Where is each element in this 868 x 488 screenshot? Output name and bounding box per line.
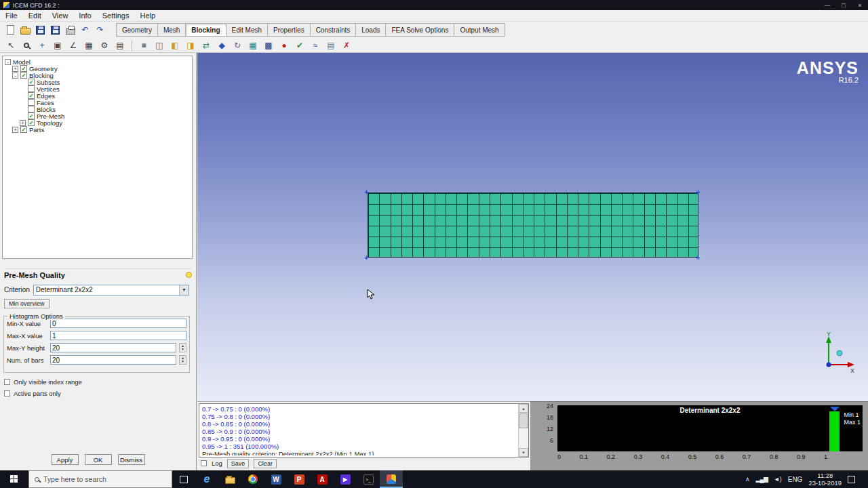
checkbox-icon[interactable] — [28, 92, 35, 99]
num-bars-input[interactable] — [50, 355, 176, 365]
log-checkbox-icon[interactable] — [201, 460, 207, 466]
start-button[interactable] — [0, 470, 28, 488]
tree-item-parts[interactable]: + Parts — [3, 126, 192, 133]
min-overview-button[interactable]: Min overview — [4, 299, 50, 308]
min-x-input[interactable] — [50, 319, 186, 328]
tab-fea-solve-options[interactable]: FEA Solve Options — [385, 23, 454, 37]
taskbar-app-icem-active[interactable] — [380, 470, 403, 488]
save-project-button[interactable] — [35, 24, 46, 36]
measure-icon[interactable]: ∠ — [66, 39, 80, 52]
tree-item-faces[interactable]: Faces — [3, 99, 192, 106]
new-project-button[interactable] — [5, 24, 16, 36]
tab-geometry[interactable]: Geometry — [116, 23, 157, 37]
tree-item-geometry[interactable]: + Geometry — [3, 65, 192, 72]
max-x-input[interactable] — [50, 331, 186, 340]
quality-icon[interactable]: ● — [277, 39, 291, 52]
apply-button[interactable]: Apply — [52, 454, 79, 465]
tree-item-model[interactable]: - Model — [3, 58, 192, 65]
taskbar-app-terminal[interactable]: >_ — [357, 470, 380, 488]
tree-item-subsets[interactable]: Subsets — [3, 79, 192, 85]
checkbox-icon[interactable] — [28, 99, 35, 106]
checkbox-icon[interactable] — [28, 79, 35, 85]
collapse-icon[interactable]: - — [5, 59, 11, 65]
clear-log-button[interactable]: Clear — [254, 459, 277, 468]
expand-icon[interactable]: + — [12, 66, 18, 72]
edit-block-icon[interactable]: ◨ — [184, 39, 197, 52]
ok-button[interactable]: OK — [85, 454, 112, 465]
action-center-icon[interactable] — [848, 476, 855, 483]
menu-help[interactable]: Help — [134, 12, 161, 20]
layers-icon[interactable]: ▤ — [113, 39, 127, 52]
menu-edit[interactable]: Edit — [23, 12, 47, 20]
taskbar-app-acrobat[interactable]: A — [311, 470, 334, 488]
checkbox-icon[interactable] — [4, 379, 10, 385]
chevron-down-icon[interactable]: ▼ — [179, 285, 189, 295]
tab-loads[interactable]: Loads — [355, 23, 385, 37]
delete-block-icon[interactable]: ✗ — [340, 39, 353, 52]
histogram-bar[interactable] — [829, 411, 840, 451]
checkbox-icon[interactable] — [28, 119, 35, 126]
save-log-button[interactable]: Save — [227, 459, 250, 468]
checkbox-icon[interactable] — [4, 390, 10, 396]
spinner-icon[interactable]: ▲▼ — [179, 343, 186, 352]
taskbar-search[interactable]: Type here to search — [28, 470, 172, 488]
taskbar-app-word[interactable]: W — [264, 470, 288, 488]
collapse-icon[interactable]: - — [12, 73, 18, 79]
language-indicator[interactable]: ENG — [788, 476, 803, 483]
undo-button[interactable]: ↶ — [79, 24, 91, 36]
scan-planes-icon[interactable]: ▤ — [324, 39, 338, 52]
premesh-icon[interactable]: ▩ — [262, 39, 275, 52]
visible-index-option[interactable]: Only visible index range — [4, 378, 82, 386]
expand-icon[interactable]: + — [20, 120, 26, 126]
gear-icon[interactable]: ⚙ — [98, 39, 111, 52]
close-button[interactable]: × — [852, 0, 868, 10]
redo-button[interactable]: ↷ — [94, 24, 106, 36]
dismiss-button[interactable]: Dismiss — [118, 454, 145, 465]
title-bar[interactable]: ICEM CFD 16.2 : — □ × — [0, 0, 868, 10]
checkbox-icon[interactable] — [28, 85, 35, 92]
spinner-icon[interactable]: ▲▼ — [179, 355, 186, 365]
mesh-params-icon[interactable]: ▦ — [246, 39, 260, 52]
taskbar-app-edge[interactable]: e — [195, 470, 218, 488]
pan-icon[interactable]: + — [35, 39, 49, 52]
checkbox-icon[interactable] — [20, 126, 27, 133]
expand-icon[interactable]: + — [12, 127, 18, 133]
chevron-up-icon[interactable]: ∧ — [745, 476, 750, 483]
tab-output-mesh[interactable]: Output Mesh — [454, 23, 505, 37]
pre-mesh-block[interactable]: + + + + — [368, 192, 698, 258]
network-icon[interactable]: ▂▄▆ — [756, 476, 768, 483]
taskbar-app-media-player[interactable]: ▶ — [334, 470, 357, 488]
taskbar-app-powerpoint[interactable]: P — [288, 470, 311, 488]
active-parts-option[interactable]: Active parts only — [4, 390, 61, 397]
associate-icon[interactable]: ⇄ — [199, 39, 213, 52]
tree-item-pre-mesh[interactable]: Pre-Mesh — [3, 113, 192, 119]
checkbox-icon[interactable] — [20, 65, 27, 72]
split-block-icon[interactable]: ◫ — [153, 39, 166, 52]
tree-item-blocking[interactable]: - Blocking — [3, 72, 192, 79]
open-project-button[interactable] — [20, 24, 31, 36]
scroll-down-icon[interactable]: ▼ — [519, 448, 528, 457]
task-view-button[interactable] — [172, 470, 195, 488]
print-button[interactable] — [64, 24, 76, 36]
tree-item-edges[interactable]: Edges — [3, 92, 192, 99]
create-block-icon[interactable]: ■ — [137, 39, 151, 52]
checkbox-icon[interactable] — [20, 72, 27, 79]
tab-properties[interactable]: Properties — [267, 23, 310, 37]
check-icon[interactable]: ✔ — [293, 39, 307, 52]
checkbox-icon[interactable] — [28, 113, 35, 119]
save-as-button[interactable] — [50, 24, 61, 36]
fit-view-icon[interactable]: ▣ — [51, 39, 64, 52]
tree-item-topology[interactable]: + Topology — [3, 119, 192, 126]
max-y-height-input[interactable] — [50, 343, 176, 352]
grid-icon[interactable]: ▦ — [82, 39, 96, 52]
smooth-icon[interactable]: ≈ — [309, 39, 322, 52]
scrollbar-thumb[interactable] — [519, 413, 528, 428]
menu-view[interactable]: View — [47, 12, 74, 20]
tree-item-blocks[interactable]: Blocks — [3, 106, 192, 113]
viewport-3d[interactable]: ANSYS R16.2 + + + + Y X — [197, 53, 868, 401]
checkbox-icon[interactable] — [28, 106, 35, 113]
volume-icon[interactable]: ◄) — [774, 476, 782, 483]
log-scrollbar[interactable]: ▲ ▼ — [518, 404, 528, 457]
tree-item-vertices[interactable]: Vertices — [3, 85, 192, 92]
menu-file[interactable]: File — [0, 12, 23, 20]
